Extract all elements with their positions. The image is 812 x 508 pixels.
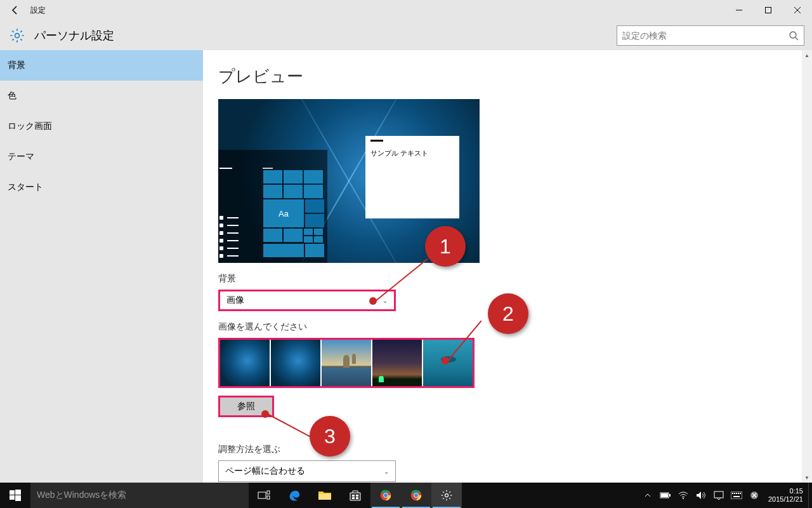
svg-rect-7	[10, 490, 15, 495]
browse-button-label: 参照	[237, 401, 255, 412]
wallpaper-thumb-1[interactable]	[220, 340, 270, 386]
content-area: プレビュー	[203, 50, 812, 483]
settings-search-input[interactable]	[622, 30, 789, 41]
taskview-icon[interactable]	[249, 483, 279, 508]
tray-chevron-icon[interactable]	[639, 492, 657, 498]
chrome-icon-2[interactable]	[401, 483, 431, 508]
preview-heading: プレビュー	[218, 65, 797, 88]
settings-search[interactable]	[617, 25, 804, 46]
svg-point-5	[790, 32, 796, 38]
callout-bubble-3: 3	[310, 416, 350, 457]
callout-bubble-1: 1	[425, 226, 466, 267]
wifi-icon[interactable]	[674, 491, 692, 500]
wallpaper-thumb-4[interactable]	[372, 340, 422, 386]
chrome-icon-1[interactable]	[370, 483, 401, 508]
page-title: パーソナル設定	[34, 28, 114, 43]
windows-taskbar: WebとWindowsを検索 0:15 2015/12/21	[0, 483, 812, 508]
fit-dropdown-value: ページ幅に合わせる	[225, 465, 305, 477]
page-header: パーソナル設定	[0, 20, 812, 50]
svg-point-25	[445, 494, 449, 497]
svg-rect-37	[733, 496, 740, 497]
svg-rect-8	[15, 490, 21, 495]
minimize-button[interactable]	[724, 0, 754, 20]
svg-point-29	[683, 498, 684, 499]
system-tray: 0:15 2015/12/21	[639, 483, 812, 508]
svg-rect-28	[669, 494, 671, 497]
taskbar-search-placeholder: WebとWindowsを検索	[37, 490, 126, 501]
svg-rect-1	[766, 8, 771, 13]
edge-icon[interactable]	[279, 483, 310, 508]
fit-label: 調整方法を選ぶ	[218, 444, 797, 455]
file-explorer-icon[interactable]	[310, 483, 340, 508]
svg-rect-13	[267, 496, 270, 499]
taskbar-search[interactable]: WebとWindowsを検索	[30, 483, 249, 508]
action-center-icon[interactable]	[710, 491, 728, 500]
svg-rect-17	[352, 497, 355, 499]
window-titlebar: 設定	[0, 0, 812, 20]
start-button[interactable]	[0, 483, 30, 508]
settings-taskbar-icon[interactable]	[431, 483, 462, 508]
svg-rect-16	[356, 495, 358, 497]
chevron-down-icon: ⌄	[384, 468, 389, 475]
settings-sidebar: 背景 色 ロック画面 テーマ スタート	[0, 50, 203, 483]
taskbar-clock[interactable]: 0:15 2015/12/21	[763, 487, 808, 504]
background-label: 背景	[218, 273, 797, 284]
sidebar-item-lockscreen[interactable]: ロック画面	[0, 111, 203, 142]
clock-date: 2015/12/21	[768, 495, 803, 504]
svg-point-24	[414, 493, 418, 497]
window-title: 設定	[30, 5, 46, 16]
svg-rect-9	[10, 495, 15, 500]
callout-line-3	[268, 413, 313, 438]
battery-icon[interactable]	[657, 491, 674, 499]
svg-rect-33	[734, 493, 735, 494]
svg-rect-11	[258, 492, 266, 498]
close-button[interactable]	[783, 0, 812, 20]
svg-rect-34	[736, 493, 737, 494]
callout-bubble-2: 2	[488, 293, 528, 334]
wallpaper-thumbnails	[218, 338, 475, 388]
svg-point-4	[15, 33, 20, 37]
svg-rect-30	[714, 491, 723, 498]
background-dropdown-value: 画像	[226, 295, 244, 306]
sidebar-item-background[interactable]: 背景	[0, 50, 203, 81]
scroll-down-arrow[interactable]: ▼	[802, 472, 812, 483]
svg-point-21	[384, 493, 388, 497]
fit-dropdown[interactable]: ページ幅に合わせる ⌄	[218, 460, 396, 482]
gear-icon	[9, 27, 25, 44]
chevron-down-icon: ⌄	[383, 297, 388, 304]
sidebar-item-colors[interactable]: 色	[0, 81, 203, 111]
svg-rect-31	[731, 491, 742, 499]
svg-rect-15	[352, 495, 355, 497]
svg-rect-14	[318, 494, 331, 500]
store-icon[interactable]	[340, 483, 370, 508]
svg-rect-18	[356, 497, 358, 499]
show-desktop-button[interactable]	[808, 483, 812, 508]
wallpaper-thumb-3[interactable]	[322, 340, 371, 386]
svg-rect-27	[661, 493, 668, 497]
tray-status-icon[interactable]	[745, 491, 763, 500]
scroll-up-arrow[interactable]: ▲	[802, 50, 812, 60]
ime-icon[interactable]	[728, 491, 745, 499]
sidebar-item-themes[interactable]: テーマ	[0, 142, 203, 172]
svg-rect-10	[15, 495, 21, 501]
preview-tile-aa: Aa	[263, 199, 304, 227]
sidebar-item-start[interactable]: スタート	[0, 172, 203, 203]
wallpaper-thumb-2[interactable]	[271, 340, 320, 386]
svg-rect-32	[732, 493, 733, 494]
svg-rect-35	[738, 493, 739, 494]
svg-rect-12	[267, 491, 270, 494]
svg-line-6	[796, 37, 798, 40]
vertical-scrollbar[interactable]: ▲ ▼	[802, 50, 812, 483]
svg-rect-36	[740, 493, 741, 494]
clock-time: 0:15	[768, 487, 803, 495]
maximize-button[interactable]	[754, 0, 783, 20]
volume-icon[interactable]	[692, 491, 710, 500]
search-icon	[789, 30, 799, 41]
back-button[interactable]	[0, 0, 30, 20]
